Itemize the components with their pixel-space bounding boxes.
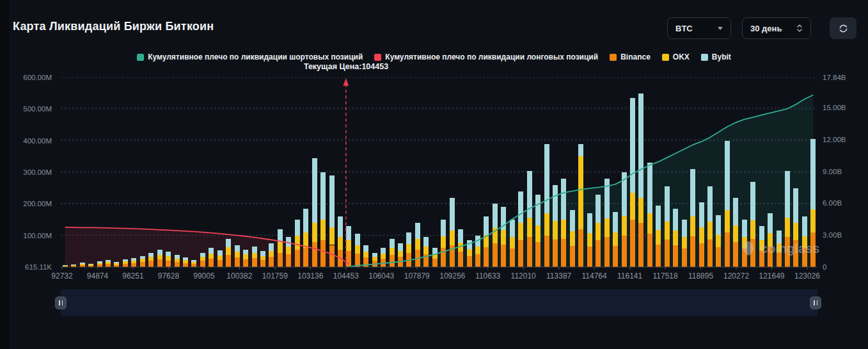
bar-binance <box>553 239 558 267</box>
bar-okx <box>690 216 695 236</box>
bar-bybit <box>148 253 154 257</box>
chart-plot[interactable] <box>61 77 817 267</box>
bar-binance <box>97 264 102 267</box>
bar-okx <box>450 231 455 245</box>
legend-label: Binance <box>620 53 651 61</box>
bar-binance <box>510 248 515 267</box>
bar-okx <box>131 261 136 263</box>
legend-item-cum-long[interactable]: Кумулятивное плечо по ликвидации лонговы… <box>374 53 598 61</box>
legend-item-okx[interactable]: OKX <box>662 53 690 61</box>
bar-okx <box>802 236 807 248</box>
bar-binance <box>561 239 566 267</box>
bar-okx <box>209 254 214 259</box>
bar-binance <box>622 236 627 267</box>
bar-okx <box>467 249 472 256</box>
bar-okx <box>166 256 171 260</box>
coin-select-value: BTC <box>675 24 693 33</box>
bar-bybit <box>63 265 68 266</box>
x-axis-label: 123026 <box>787 272 828 280</box>
time-range-scrollbar[interactable] <box>61 289 817 316</box>
bar-bybit <box>71 264 76 265</box>
bar-okx <box>544 213 549 236</box>
bar-bybit <box>390 239 395 248</box>
bar-okx <box>742 237 747 248</box>
bar-bybit <box>630 98 635 193</box>
spinner-chevrons-icon <box>796 23 803 33</box>
bar-bybit <box>785 171 790 218</box>
bar-binance <box>493 243 498 267</box>
x-axis-label: 118895 <box>681 272 722 280</box>
bar-okx <box>338 237 343 250</box>
bar-binance <box>458 252 463 267</box>
bar-binance <box>467 256 472 267</box>
current-price-label: Текущая Цена:104453 <box>276 62 416 71</box>
x-axis-label: 113387 <box>539 272 580 280</box>
okx-legend-swatch <box>662 54 669 61</box>
bar-bybit <box>802 216 807 236</box>
bar-binance <box>175 262 180 267</box>
bar-okx <box>183 260 188 263</box>
bar-binance <box>596 240 601 267</box>
bar-okx <box>398 251 403 257</box>
bar-bybit <box>759 226 764 240</box>
bar-okx <box>810 209 816 232</box>
x-axis-label: 116141 <box>610 272 651 280</box>
bar-okx <box>217 256 223 260</box>
bar-okx <box>596 223 601 240</box>
x-axis-label: 97628 <box>148 272 189 280</box>
bar-bybit <box>381 248 386 254</box>
legend-item-binance[interactable]: Binance <box>610 53 651 61</box>
bar-bybit <box>450 198 455 231</box>
scrollbar-right-handle[interactable] <box>810 296 821 309</box>
bar-bybit <box>269 243 274 251</box>
bar-okx <box>553 221 558 239</box>
bar-bybit <box>200 253 205 257</box>
x-axis-label: 94874 <box>77 272 118 280</box>
bar-okx <box>622 216 627 236</box>
x-axis-label: 107879 <box>397 272 438 280</box>
bar-okx <box>518 223 523 240</box>
bar-okx <box>123 261 128 264</box>
bar-binance <box>209 259 214 267</box>
left-axis-tick: 200.00M <box>0 199 56 208</box>
left-axis-tick: 300.00M <box>0 168 56 177</box>
bar-okx <box>63 266 68 266</box>
bar-bybit <box>510 220 515 237</box>
bar-bybit <box>175 255 180 258</box>
bar-bybit <box>123 259 128 262</box>
bar-bybit <box>286 237 291 247</box>
scrollbar-left-handle[interactable] <box>55 296 67 309</box>
bar-okx <box>312 223 317 242</box>
legend-label: Кумулятивное плечо по ликвидации лонговы… <box>385 53 598 61</box>
bar-okx <box>346 240 351 251</box>
bar-bybit <box>329 175 335 227</box>
bar-okx <box>682 237 687 248</box>
period-select[interactable]: 30 день <box>742 17 811 39</box>
bar-bybit <box>742 220 747 237</box>
bar-bybit <box>217 250 223 256</box>
bar-binance <box>131 263 136 267</box>
right-axis-tick: 0 <box>823 263 826 272</box>
bar-okx <box>235 252 240 257</box>
refresh-button[interactable] <box>830 17 856 39</box>
bar-okx <box>363 252 368 257</box>
bar-okx <box>725 210 730 232</box>
bar-okx <box>269 251 274 257</box>
bar-okx <box>647 213 652 234</box>
x-axis-label: 117518 <box>645 272 686 280</box>
bar-binance <box>673 245 678 268</box>
bar-binance <box>587 247 592 267</box>
bar-binance <box>432 259 438 267</box>
x-axis-label: 103136 <box>290 272 331 280</box>
legend-item-cum-short[interactable]: Кумулятивное плечо по ликвидации шортовы… <box>137 53 363 61</box>
coin-select[interactable]: BTC <box>667 17 731 39</box>
refresh-icon <box>838 23 849 34</box>
bar-okx <box>381 254 386 259</box>
legend-item-bybit[interactable]: Bybit <box>701 53 731 61</box>
chevron-down-icon <box>718 27 723 30</box>
bar-okx <box>200 257 205 261</box>
x-axis-label: 99005 <box>184 272 225 280</box>
bar-okx <box>777 243 782 252</box>
bar-bybit <box>484 216 489 235</box>
bar-okx <box>355 245 360 254</box>
